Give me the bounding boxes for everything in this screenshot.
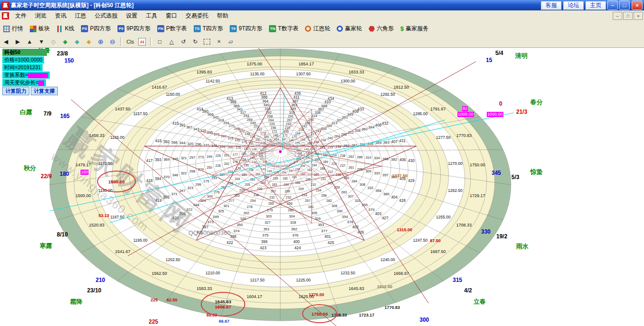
date-tool-button[interactable]: 21 (137, 37, 148, 46)
arrow-up-tool[interactable]: ▲ (24, 37, 35, 46)
wheel-number: 278 (247, 205, 252, 209)
polygon-tool[interactable]: ▱ (225, 37, 236, 46)
wheel-number: 257 (305, 199, 311, 203)
title-bar: 赢 赢家老子时空周期系统[纵横版] - [科创50 江恩轮] 客服 论坛 主页 … (0, 0, 644, 10)
wheel-ring-value: 1479.17 (76, 163, 91, 167)
rotate-cw-tool[interactable]: ↻ (190, 37, 201, 46)
wheel-ring-value: 1285.00 (413, 111, 428, 116)
wheel-number: 435 (294, 91, 301, 96)
zoom-in-button[interactable]: ⊕ (95, 37, 106, 46)
menu-trade-entrust[interactable]: 交易委托 (181, 10, 213, 21)
wheel-number: 164 (312, 163, 317, 167)
wheel-ring-value: 1307.50 (296, 72, 311, 76)
wheel-number: 394 (155, 177, 161, 181)
wheel-number: 405 (400, 177, 406, 181)
wheel-number: 415 (172, 121, 179, 126)
wheel-ring-value: 1583.33 (197, 286, 212, 291)
toolbar-9p-square[interactable]: P9 9P四方形 (114, 23, 154, 35)
mdi-minimize-button[interactable]: – (613, 12, 622, 20)
triangle-tool[interactable]: △ (166, 37, 177, 46)
dashed-select-tool[interactable] (202, 37, 213, 46)
wheel-number: 352 (291, 227, 297, 231)
rotate-ccw-tool[interactable]: ↺ (178, 37, 189, 46)
calc-support-button[interactable]: 计算支撑 (31, 87, 58, 95)
toolbar-p-number-table[interactable]: PN P数字表 (154, 23, 190, 35)
wheel-number: 237 (340, 164, 346, 167)
menu-settings[interactable]: 设置 (122, 10, 142, 21)
zoom-out-button[interactable]: ⊖ (107, 37, 118, 46)
wheel-number: 408 (375, 123, 382, 127)
wheel-number: 417 (146, 158, 153, 163)
mdi-restore-button[interactable]: □ (623, 12, 633, 20)
menu-tools[interactable]: 工具 (142, 10, 161, 21)
diamond-white-tool[interactable]: ◇ (48, 37, 59, 46)
prev-button[interactable]: ◀ (0, 37, 11, 46)
menu-news[interactable]: 资讯 (51, 10, 71, 21)
toolbar-kline[interactable]: K线 (53, 23, 78, 35)
diamond-teal-tool[interactable]: ◆ (72, 37, 82, 46)
wheel-number: 183 (272, 183, 277, 186)
wheel-number: 160 (283, 177, 288, 180)
menu-browse[interactable]: 浏览 (31, 10, 51, 21)
wheel-ring-value: 1240.00 (380, 257, 395, 262)
toolbar-winner-wheel[interactable]: 赢家轮 (333, 23, 365, 35)
restore-button[interactable]: □ (619, 0, 630, 10)
wheel-number: 270 (229, 124, 234, 128)
toolbar-hexagon[interactable]: 六角形 (365, 23, 397, 35)
toolbar-label: T数字表 (278, 25, 298, 33)
minimize-button[interactable]: – (607, 0, 618, 10)
menu-formula-stock-pick[interactable]: 公式选股 (90, 10, 122, 21)
forum-button[interactable]: 论坛 (563, 1, 584, 10)
toolbar-gann-wheel[interactable]: 江恩轮 (302, 23, 333, 35)
wheel-number: 364 (262, 99, 269, 103)
menu-window[interactable]: 窗口 (161, 10, 181, 21)
wheel-ring-value: 1854.17 (299, 62, 314, 66)
toolbar-sectors[interactable]: 板块 (27, 23, 53, 35)
next-button[interactable]: ▶ (12, 37, 23, 46)
wheel-number: 333 (374, 171, 380, 175)
menu-help[interactable]: 帮助 (213, 10, 233, 21)
wheel-number: 413 (226, 96, 233, 101)
arrow-down-tool[interactable]: ▼ (36, 37, 47, 46)
toolbar-p-square[interactable]: PS P四方形 (78, 23, 114, 35)
toolbar-label: P四方形 (90, 25, 111, 33)
mdi-close-button[interactable]: × (634, 12, 643, 20)
gann-wheel[interactable]: 1001011021031041051061071081091101111121… (0, 0, 644, 326)
wheel-ring-value: 1666.67 (394, 271, 409, 276)
wheel-number: 429 (408, 178, 414, 183)
rectangle-tool[interactable]: □ (154, 37, 165, 46)
wheel-ring-value: 1395.83 (197, 70, 212, 74)
wheel-number: 401 (324, 235, 331, 239)
toolbar-t-number-table[interactable]: TN T数字表 (266, 23, 302, 35)
wheel-number: 284 (351, 179, 357, 183)
diamond-orange-tool[interactable]: ◆ (83, 37, 94, 46)
menu-gann[interactable]: 江恩 (71, 10, 90, 21)
wheel-number: 327 (265, 220, 271, 225)
wheel-number: 196 (270, 126, 276, 129)
wheel-ring-value: 1375.00 (247, 62, 262, 66)
toolbar-t-square[interactable]: TS T四方形 (190, 23, 226, 35)
toolbar-9t-square[interactable]: T9 9T四方形 (226, 23, 266, 35)
wheel-number: 220 (269, 122, 275, 126)
wheel-ring-value: 1750.00 (470, 163, 485, 167)
wheel-number: 393 (155, 158, 161, 162)
menu-file[interactable]: 文件 (11, 10, 31, 21)
delete-shape-tool[interactable]: × (214, 37, 224, 46)
close-button[interactable]: × (632, 0, 643, 10)
cls-button[interactable]: Cls (125, 37, 136, 46)
homepage-button[interactable]: 主页 (585, 1, 606, 10)
wheel-number: 150 (255, 138, 260, 141)
calc-resistance-button[interactable]: 计算阻力 (2, 87, 29, 95)
toolbar-label: 9T四方形 (239, 25, 262, 33)
wheel-number: 258 (321, 194, 327, 198)
tn-badge-icon: TN (269, 25, 276, 32)
customer-service-button[interactable]: 客服 (541, 1, 562, 10)
wheel-number: 433 (358, 107, 364, 111)
wheel-number: 300 (207, 194, 213, 199)
wheel-number: 360 (361, 127, 368, 131)
wheel-number: 188 (320, 167, 325, 170)
diamond-green-tool[interactable]: ◆ (60, 37, 71, 46)
toolbar-quotes[interactable]: 行情 (0, 23, 27, 35)
toolbar-winner-service[interactable]: $ 赢家服务 (397, 23, 431, 35)
toolbar-label: T四方形 (203, 25, 223, 33)
